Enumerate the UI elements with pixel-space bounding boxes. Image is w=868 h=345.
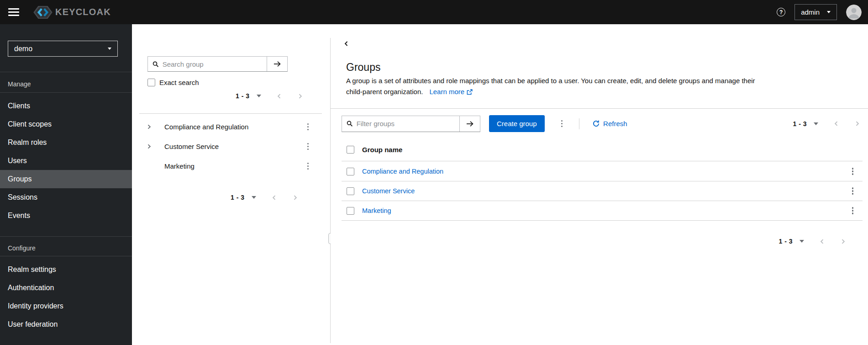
pagination-prev-button[interactable]: [819, 239, 825, 244]
group-link[interactable]: Compliance and Regulation: [362, 168, 443, 175]
arrow-right-icon: [466, 121, 474, 127]
create-group-button[interactable]: Create group: [489, 115, 545, 132]
angle-right-icon: [854, 121, 860, 127]
expand-toggle[interactable]: [147, 144, 158, 149]
sidebar-item-realm-settings[interactable]: Realm settings: [0, 260, 132, 279]
column-header-group-name: Group name: [362, 146, 402, 154]
kebab-menu-button[interactable]: [305, 161, 312, 172]
divider: [0, 72, 132, 72]
tree-item[interactable]: Customer Service: [132, 137, 330, 156]
tree-pagination-bottom: 1 - 3: [231, 194, 298, 201]
user-dropdown-label: admin: [801, 8, 820, 16]
sidebar-item-authentication[interactable]: Authentication: [0, 279, 132, 297]
caret-down-icon: [108, 48, 111, 50]
kebab-menu-button[interactable]: [305, 122, 312, 133]
collapse-drawer-button[interactable]: [343, 41, 349, 47]
pagination-range: 1 - 3: [231, 194, 245, 201]
groups-main-panel: Groups A group is a set of attributes an…: [331, 24, 868, 345]
pagination-range: 1 - 3: [793, 120, 807, 127]
caret-down-icon: [814, 122, 818, 125]
sidebar-nav: demo Manage Clients Client scopes Realm …: [0, 24, 132, 345]
angle-left-icon: [833, 121, 839, 127]
table-header-row: Group name: [342, 138, 863, 161]
pagination-menu-toggle[interactable]: 1 - 3: [236, 92, 261, 100]
row-checkbox[interactable]: [347, 168, 354, 175]
pagination-prev-button[interactable]: [833, 121, 839, 127]
realm-selector[interactable]: demo: [8, 41, 118, 57]
toolbar-kebab-menu-button[interactable]: [558, 118, 566, 129]
caret-down-icon: [252, 196, 256, 199]
row-checkbox[interactable]: [347, 207, 354, 215]
kebab-menu-button[interactable]: [849, 186, 857, 196]
table-row: Customer Service: [342, 181, 863, 201]
divider: [0, 92, 132, 93]
page-title: Groups: [346, 61, 380, 74]
user-dropdown[interactable]: admin: [794, 4, 837, 20]
sidebar-item-clients[interactable]: Clients: [0, 97, 132, 115]
pagination-range: 1 - 3: [779, 238, 793, 245]
filter-groups-input[interactable]: [357, 120, 455, 127]
caret-down-icon: [257, 95, 261, 97]
tree-item[interactable]: Marketing: [132, 156, 330, 176]
sidebar-item-client-scopes[interactable]: Client scopes: [0, 115, 132, 133]
kebab-menu-button[interactable]: [849, 205, 857, 216]
group-link[interactable]: Customer Service: [362, 187, 415, 195]
brand-text: KEYCLOAK: [55, 7, 111, 17]
sidebar-item-user-federation[interactable]: User federation: [0, 315, 132, 334]
angle-left-icon: [343, 41, 349, 47]
description-line-2: child-parent organization.Learn more: [346, 86, 755, 97]
page-description: A group is a set of attributes and role …: [346, 75, 755, 97]
pagination-range: 1 - 3: [236, 92, 250, 100]
row-checkbox[interactable]: [347, 187, 354, 195]
pagination-next-button[interactable]: [854, 121, 860, 127]
keycloak-logo[interactable]: KEYCLOAK: [33, 5, 111, 20]
learn-more-link[interactable]: Learn more: [429, 86, 473, 97]
pagination-menu-toggle[interactable]: 1 - 3: [793, 120, 818, 127]
toolbar-separator: [579, 118, 579, 129]
nav-toggle-hamburger-icon[interactable]: [8, 8, 19, 16]
refresh-button[interactable]: Refresh: [593, 120, 627, 127]
group-link[interactable]: Marketing: [362, 207, 391, 214]
pagination-prev-button[interactable]: [276, 93, 282, 99]
divider: [139, 113, 322, 114]
divider: [331, 108, 868, 109]
angle-right-icon: [292, 195, 298, 201]
arrow-right-icon: [274, 61, 281, 67]
sidebar-item-users[interactable]: Users: [0, 152, 132, 170]
select-all-checkbox[interactable]: [347, 146, 354, 154]
angle-left-icon: [276, 93, 282, 99]
pagination-menu-toggle[interactable]: 1 - 3: [779, 238, 804, 245]
pagination-next-button[interactable]: [292, 195, 298, 201]
group-search-input[interactable]: [163, 60, 262, 68]
search-icon: [347, 120, 353, 127]
pagination-menu-toggle[interactable]: 1 - 3: [231, 194, 256, 201]
sidebar-item-realm-roles[interactable]: Realm roles: [0, 133, 132, 152]
search-icon: [153, 61, 159, 68]
pagination-prev-button[interactable]: [271, 195, 277, 201]
exact-search-option: Exact search: [147, 79, 199, 86]
tree-item-label[interactable]: Compliance and Regulation: [158, 123, 248, 131]
expand-toggle[interactable]: [147, 124, 158, 129]
keycloak-hexagon-icon: [33, 5, 53, 20]
sidebar-item-sessions[interactable]: Sessions: [0, 188, 132, 207]
tree-item[interactable]: Compliance and Regulation: [132, 117, 330, 137]
angle-right-icon: [147, 144, 152, 149]
tree-item-label[interactable]: Marketing: [158, 162, 195, 170]
group-search-submit-button[interactable]: [267, 57, 287, 71]
avatar[interactable]: [846, 5, 862, 20]
kebab-menu-button[interactable]: [849, 166, 857, 177]
pagination-next-button[interactable]: [297, 93, 303, 99]
tree-item-label[interactable]: Customer Service: [158, 143, 219, 150]
exact-search-checkbox[interactable]: [147, 79, 155, 86]
pagination-next-button[interactable]: [840, 239, 846, 244]
filter-submit-button[interactable]: [459, 116, 480, 132]
tree-pagination-top: 1 - 3: [236, 92, 303, 100]
sidebar-item-groups[interactable]: Groups: [0, 170, 132, 188]
filter-inputgroup: [342, 116, 480, 132]
group-search-inputgroup: [147, 56, 288, 72]
sidebar-item-identity-providers[interactable]: Identity providers: [0, 297, 132, 315]
help-icon[interactable]: ?: [777, 8, 785, 16]
kebab-menu-button[interactable]: [305, 141, 312, 152]
description-line-1: A group is a set of attributes and role …: [346, 75, 755, 86]
sidebar-item-events[interactable]: Events: [0, 207, 132, 225]
